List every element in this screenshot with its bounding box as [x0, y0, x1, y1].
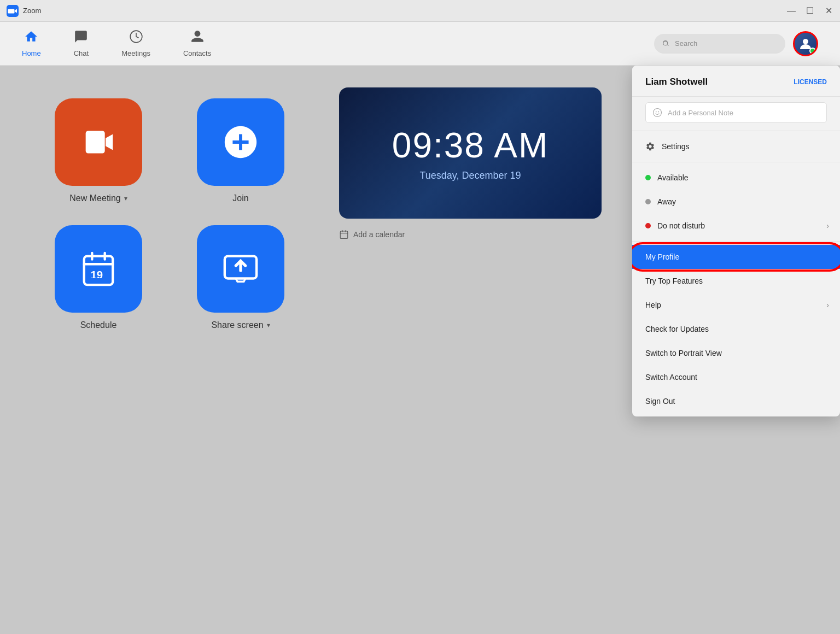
avatar-status-dot [809, 48, 816, 54]
help-label: Help [645, 301, 661, 309]
switch-portrait-menu-item[interactable]: Switch to Portrait View [632, 341, 840, 365]
nav-tabs: Home Chat Meetings Contacts [22, 30, 211, 57]
join-button[interactable] [197, 98, 284, 186]
sign-out-menu-item[interactable]: Sign Out [632, 389, 840, 413]
dnd-label: Do not disturb [657, 221, 705, 230]
new-meeting-item[interactable]: New Meeting ▾ [44, 98, 153, 203]
sign-out-label: Sign Out [645, 397, 675, 406]
clock-time: 09:38 AM [392, 125, 549, 166]
maximize-button[interactable]: ☐ [805, 6, 815, 16]
join-label: Join [232, 193, 248, 203]
status-dnd[interactable]: Do not disturb › [632, 214, 840, 238]
share-screen-label: Share screen ▾ [211, 320, 270, 330]
my-profile-menu-item[interactable]: My Profile [632, 245, 840, 269]
help-chevron-icon: › [826, 301, 829, 309]
home-icon [24, 30, 38, 47]
check-updates-menu-item[interactable]: Check for Updates [632, 317, 840, 341]
search-bar[interactable]: Search [654, 34, 785, 54]
away-label: Away [657, 197, 676, 206]
clock-widget: 09:38 AM Tuesday, December 19 [339, 87, 602, 219]
new-meeting-button[interactable] [55, 98, 142, 186]
zoom-logo-icon [7, 5, 19, 17]
settings-label: Settings [662, 142, 690, 151]
check-updates-label: Check for Updates [645, 325, 709, 333]
status-section: Available Away Do not disturb › [632, 162, 840, 242]
new-meeting-chevron-icon: ▾ [124, 195, 127, 202]
profile-name: Liam Shotwell [645, 77, 708, 87]
contacts-tab-label: Contacts [183, 49, 211, 57]
dnd-chevron-icon: › [826, 221, 829, 230]
tab-chat[interactable]: Chat [74, 30, 89, 57]
calendar-icon [339, 230, 349, 239]
main-content: New Meeting ▾ Join 19 Schedule [0, 66, 840, 634]
profile-header: Liam Shotwell LICENSED [632, 66, 840, 97]
profile-avatar-button[interactable] [793, 31, 818, 56]
app-title: Zoom [23, 7, 41, 15]
titlebar: Zoom — ☐ ✕ [0, 0, 840, 22]
close-button[interactable]: ✕ [824, 6, 833, 16]
tab-meetings[interactable]: Meetings [121, 30, 150, 57]
dnd-dot [645, 223, 651, 228]
switch-portrait-label: Switch to Portrait View [645, 349, 722, 357]
nav-right: Search [654, 31, 818, 56]
personal-note-placeholder: Add a Personal Note [668, 109, 733, 117]
svg-point-8 [658, 111, 659, 113]
new-meeting-label: New Meeting ▾ [69, 193, 127, 203]
available-dot [645, 175, 651, 180]
svg-point-2 [803, 39, 808, 44]
try-top-features-label: Try Top Features [645, 277, 703, 285]
share-screen-item[interactable]: Share screen ▾ [186, 225, 295, 330]
svg-rect-5 [340, 231, 348, 239]
share-screen-button[interactable] [197, 225, 284, 313]
search-icon [662, 39, 670, 48]
meetings-tab-label: Meetings [121, 49, 150, 57]
license-badge: LICENSED [794, 78, 827, 86]
switch-account-label: Switch Account [645, 373, 697, 381]
tab-contacts[interactable]: Contacts [183, 30, 211, 57]
schedule-button[interactable]: 19 [55, 225, 142, 313]
settings-menu-item[interactable]: Settings [632, 134, 840, 158]
tab-home[interactable]: Home [22, 30, 41, 57]
svg-point-6 [654, 109, 662, 117]
chat-tab-label: Chat [74, 49, 89, 57]
emoji-icon [652, 108, 662, 118]
svg-point-7 [656, 111, 657, 113]
status-away[interactable]: Away [632, 190, 840, 214]
home-tab-label: Home [22, 49, 41, 57]
chat-icon [74, 30, 88, 47]
personal-note-row: Add a Personal Note [632, 97, 840, 131]
schedule-item[interactable]: 19 Schedule [44, 225, 153, 330]
search-placeholder: Search [675, 39, 697, 48]
switch-account-menu-item[interactable]: Switch Account [632, 365, 840, 389]
try-top-features-menu-item[interactable]: Try Top Features [632, 269, 840, 293]
my-profile-wrapper: My Profile [632, 245, 840, 269]
share-screen-chevron-icon: ▾ [267, 321, 270, 329]
settings-gear-icon [645, 142, 655, 151]
help-menu-item[interactable]: Help › [632, 293, 840, 317]
join-item[interactable]: Join [186, 98, 295, 203]
available-label: Available [657, 173, 689, 182]
contacts-icon [190, 30, 205, 47]
clock-date: Tuesday, December 19 [419, 170, 521, 181]
titlebar-left: Zoom [7, 5, 41, 17]
my-profile-label: My Profile [645, 253, 679, 261]
profile-dropdown: Liam Shotwell LICENSED Add a Personal No… [632, 66, 840, 416]
navbar: Home Chat Meetings Contacts Search [0, 22, 840, 66]
avatar-wrapper [793, 31, 818, 56]
action-grid: New Meeting ▾ Join 19 Schedule [44, 98, 295, 330]
calendar-link-text: Add a calendar [353, 230, 405, 239]
profile-menu-section: My Profile Try Top Features Help › Check… [632, 242, 840, 416]
minimize-button[interactable]: — [786, 6, 796, 16]
left-panel: New Meeting ▾ Join 19 Schedule [0, 66, 339, 634]
schedule-label: Schedule [80, 320, 117, 330]
personal-note-input[interactable]: Add a Personal Note [645, 102, 827, 123]
meetings-icon [129, 30, 143, 47]
titlebar-controls: — ☐ ✕ [786, 6, 833, 16]
svg-text:19: 19 [90, 269, 103, 281]
settings-section: Settings [632, 131, 840, 162]
away-dot [645, 199, 651, 204]
status-available[interactable]: Available [632, 166, 840, 190]
